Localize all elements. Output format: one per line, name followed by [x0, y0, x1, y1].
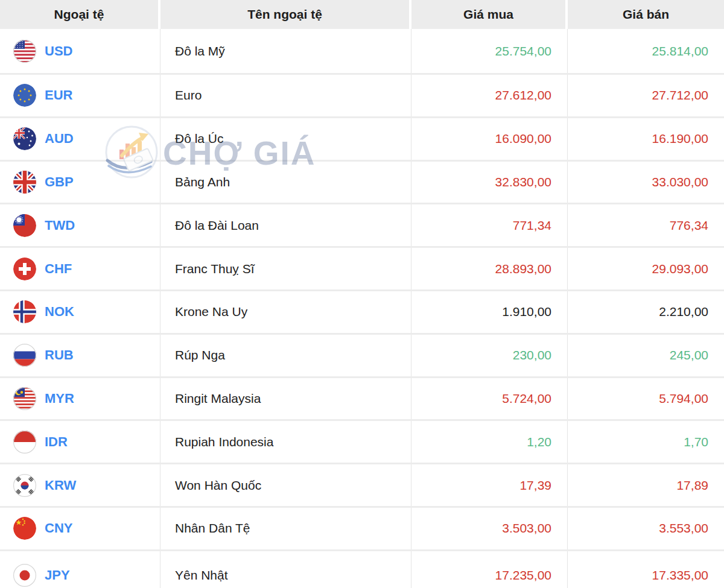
sell-price-value: 245,00: [568, 335, 724, 376]
table-row: KRW Won Hàn Quốc 17,39 17,89: [0, 464, 724, 508]
currency-name: Bảng Anh: [160, 162, 411, 203]
sell-price-value: 29.093,00: [568, 248, 724, 289]
currency-code-link[interactable]: TWD: [45, 218, 75, 233]
flag-au-icon: [13, 127, 36, 150]
sell-price-value: 2.210,00: [568, 291, 724, 333]
buy-price-value: 230,00: [411, 335, 568, 376]
flag-ch-icon: [13, 258, 36, 280]
sell-price-value: 25.814,00: [568, 29, 724, 73]
currency-cell: NOK: [0, 291, 160, 333]
currency-name: Rúp Nga: [160, 335, 411, 376]
flag-ru-icon: [13, 344, 36, 367]
table-row: CNY Nhân Dân Tệ 3.503,00 3.553,00: [0, 508, 724, 551]
table-row: CHF Franc Thuỵ Sĩ 28.893,00 29.093,00: [0, 248, 724, 291]
sell-price-value: 776,34: [568, 204, 724, 246]
currency-cell: GBP: [0, 162, 160, 203]
currency-name: Krone Na Uy: [160, 291, 411, 333]
currency-name: Won Hàn Quốc: [160, 464, 411, 506]
currency-code-link[interactable]: GBP: [45, 174, 74, 190]
buy-price-value: 27.612,00: [411, 75, 568, 116]
currency-code-link[interactable]: IDR: [45, 434, 68, 450]
flag-no-icon: [13, 300, 36, 323]
sell-price-value: 17.335,00: [568, 551, 724, 588]
buy-price-value: 17,39: [411, 464, 568, 506]
sell-price-value: 3.553,00: [568, 508, 724, 549]
currency-code-link[interactable]: USD: [45, 43, 72, 59]
exchange-rate-table: Ngoại tệ Tên ngoại tệ Giá mua Giá bán US…: [0, 0, 724, 588]
currency-name: Đô la Úc: [160, 118, 411, 160]
sell-price-value: 5.794,00: [568, 378, 724, 420]
table-row: GBP Bảng Anh 32.830,00 33.030,00: [0, 162, 724, 205]
buy-price-value: 5.724,00: [411, 378, 568, 420]
buy-price-value: 771,34: [411, 204, 568, 246]
header-currency: Ngoại tệ: [0, 0, 160, 29]
header-sell-price: Giá bán: [568, 0, 724, 29]
currency-code-link[interactable]: RUB: [45, 347, 74, 363]
currency-cell: KRW: [0, 464, 160, 506]
sell-price-value: 33.030,00: [568, 162, 724, 203]
currency-code-link[interactable]: CNY: [45, 520, 72, 536]
currency-code-link[interactable]: AUD: [45, 131, 74, 147]
currency-name: Đô la Đài Loan: [160, 204, 411, 246]
currency-name: Đô la Mỹ: [160, 29, 411, 73]
currency-cell: CHF: [0, 248, 160, 289]
table-row: MYR Ringit Malaysia 5.724,00 5.794,00: [0, 378, 724, 422]
table-row: RUB Rúp Nga 230,00 245,00: [0, 335, 724, 378]
buy-price-value: 32.830,00: [411, 162, 568, 203]
currency-code-link[interactable]: JPY: [45, 567, 70, 583]
currency-code-link[interactable]: KRW: [45, 478, 76, 493]
table-row: TWD Đô la Đài Loan 771,34 776,34: [0, 204, 724, 248]
table-row: IDR Rupiah Indonesia 1,20 1,70: [0, 421, 724, 464]
flag-kr-icon: [13, 474, 36, 497]
currency-cell: CNY: [0, 508, 160, 549]
flag-my-icon: [13, 387, 36, 410]
buy-price-value: 25.754,00: [411, 29, 568, 73]
currency-code-link[interactable]: CHF: [45, 261, 72, 277]
header-buy-price: Giá mua: [411, 0, 568, 29]
currency-name: Nhân Dân Tệ: [160, 508, 411, 549]
currency-code-link[interactable]: MYR: [45, 391, 74, 406]
flag-tw-icon: [13, 214, 36, 237]
flag-id-icon: [13, 431, 36, 454]
currency-cell: JPY: [0, 551, 160, 588]
sell-price-value: 1,70: [568, 421, 724, 463]
buy-price-value: 1,20: [411, 421, 568, 463]
currency-name: Yên Nhật: [160, 551, 411, 588]
currency-name: Franc Thuỵ Sĩ: [160, 248, 411, 289]
table-body: USD Đô la Mỹ 25.754,00 25.814,00 EUR Eur…: [0, 29, 724, 588]
flag-jp-icon: [13, 564, 36, 587]
currency-code-link[interactable]: NOK: [45, 304, 74, 320]
currency-code-link[interactable]: EUR: [45, 87, 72, 103]
table-header: Ngoại tệ Tên ngoại tệ Giá mua Giá bán: [0, 0, 724, 29]
currency-cell: TWD: [0, 204, 160, 246]
table-row: AUD Đô la Úc 16.090,00 16.190,00: [0, 118, 724, 162]
header-currency-name: Tên ngoại tệ: [160, 0, 411, 29]
table-row: EUR Euro 27.612,00 27.712,00: [0, 75, 724, 118]
table-row: USD Đô la Mỹ 25.754,00 25.814,00: [0, 29, 724, 75]
sell-price-value: 17,89: [568, 464, 724, 506]
table-row: NOK Krone Na Uy 1.910,00 2.210,00: [0, 291, 724, 335]
currency-cell: IDR: [0, 421, 160, 463]
buy-price-value: 16.090,00: [411, 118, 568, 160]
currency-name: Euro: [160, 75, 411, 116]
flag-eu-icon: [13, 84, 36, 107]
flag-us-icon: [13, 40, 36, 63]
sell-price-value: 16.190,00: [568, 118, 724, 160]
flag-gb-icon: [13, 171, 36, 194]
buy-price-value: 3.503,00: [411, 508, 568, 549]
sell-price-value: 27.712,00: [568, 75, 724, 116]
currency-cell: AUD: [0, 118, 160, 160]
currency-cell: USD: [0, 29, 160, 73]
flag-cn-icon: [13, 517, 36, 540]
table-row: JPY Yên Nhật 17.235,00 17.335,00: [0, 551, 724, 588]
currency-cell: RUB: [0, 335, 160, 376]
currency-cell: MYR: [0, 378, 160, 420]
buy-price-value: 17.235,00: [411, 551, 568, 588]
currency-cell: EUR: [0, 75, 160, 116]
buy-price-value: 28.893,00: [411, 248, 568, 289]
currency-name: Rupiah Indonesia: [160, 421, 411, 463]
currency-name: Ringit Malaysia: [160, 378, 411, 420]
buy-price-value: 1.910,00: [411, 291, 568, 333]
